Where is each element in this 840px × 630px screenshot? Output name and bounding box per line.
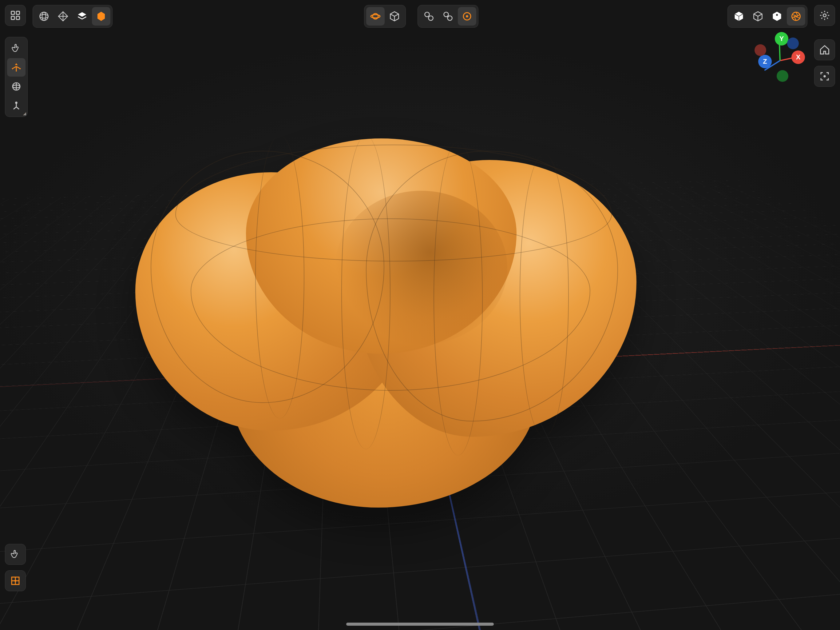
snap-toolbar <box>418 5 478 28</box>
gizmo-y-axis[interactable]: Y <box>775 32 788 46</box>
perspective-cube-button[interactable] <box>385 7 404 25</box>
select-hand-button[interactable] <box>7 39 25 57</box>
rotate-sphere-icon <box>11 81 22 92</box>
svg-point-10 <box>429 16 433 21</box>
gizmo-x-axis[interactable]: X <box>791 51 805 64</box>
render-mode-toolbar <box>728 5 807 28</box>
shaded-hex-icon <box>96 11 107 22</box>
wireframe-diamond-button[interactable] <box>54 7 72 25</box>
pointer-hand-icon <box>11 43 22 54</box>
orientation-gizmo[interactable]: X Y Z <box>754 34 806 86</box>
selection-grid-button[interactable] <box>5 570 26 591</box>
wireframe-diamond-icon <box>57 11 69 22</box>
snap-link-dot-icon <box>442 11 453 22</box>
focus-view-button[interactable] <box>814 66 835 87</box>
solid-layer-icon <box>77 11 88 22</box>
snap-link-button[interactable] <box>420 7 438 25</box>
material-cube-button[interactable] <box>768 7 786 25</box>
gizmo-x-label: X <box>796 53 801 61</box>
pivot-icon <box>11 100 22 111</box>
svg-point-9 <box>425 12 429 17</box>
gizmo-neg-x[interactable] <box>755 44 766 56</box>
wire-cube-button[interactable] <box>749 7 767 25</box>
gesture-mode-button[interactable] <box>5 544 26 565</box>
render-aperture-icon <box>791 11 802 22</box>
svg-point-18 <box>823 14 826 17</box>
orbit-button[interactable] <box>366 7 385 25</box>
snap-link-dot-button[interactable] <box>439 7 457 25</box>
move-button[interactable] <box>7 58 25 77</box>
svg-point-13 <box>447 15 449 17</box>
svg-point-16 <box>776 14 778 16</box>
home-view-button[interactable] <box>814 40 835 60</box>
wireframe-globe-button[interactable] <box>35 7 53 25</box>
wire-cube-icon <box>752 11 763 22</box>
pivot-button[interactable] <box>7 96 25 115</box>
render-aperture-button[interactable] <box>787 7 805 25</box>
transform-toolbar <box>5 37 28 117</box>
gizmo-z-axis[interactable]: Z <box>758 55 772 68</box>
svg-rect-3 <box>16 16 20 20</box>
material-cube-icon <box>771 11 783 22</box>
svg-point-24 <box>14 580 16 582</box>
focus-frame-icon <box>819 71 830 82</box>
home-indicator <box>346 623 494 626</box>
rotate-button[interactable] <box>7 77 25 96</box>
gizmo-y-label: Y <box>779 35 784 43</box>
mesh-object[interactable] <box>114 114 655 508</box>
svg-rect-2 <box>11 16 15 20</box>
snap-link-icon <box>423 11 434 22</box>
svg-point-4 <box>40 12 48 21</box>
solid-cube-icon <box>733 11 744 22</box>
svg-point-22 <box>823 75 826 78</box>
wireframe-globe-icon <box>38 11 49 22</box>
gesture-hand-icon <box>10 549 21 560</box>
snap-target-button[interactable] <box>458 7 476 25</box>
orbit-icon <box>370 11 381 22</box>
selection-grid-icon <box>10 575 21 586</box>
svg-point-21 <box>15 101 17 104</box>
svg-rect-1 <box>16 11 20 15</box>
svg-rect-0 <box>11 11 15 15</box>
viewport-3d[interactable] <box>0 0 840 630</box>
svg-point-15 <box>466 15 468 17</box>
camera-mode-toolbar <box>364 5 406 28</box>
solid-cube-button[interactable] <box>729 7 748 25</box>
settings-button[interactable] <box>814 5 835 26</box>
gizmo-neg-y[interactable] <box>777 70 788 82</box>
home-icon <box>819 44 830 55</box>
solid-layer-button[interactable] <box>73 7 91 25</box>
display-mode-toolbar <box>33 5 112 28</box>
svg-point-6 <box>42 12 46 21</box>
apps-menu-button[interactable] <box>5 5 26 26</box>
gear-icon <box>819 10 830 21</box>
apps-icon <box>10 10 21 21</box>
shaded-hex-button[interactable] <box>92 7 111 25</box>
gizmo-neg-z[interactable] <box>787 38 799 49</box>
svg-point-5 <box>40 14 48 18</box>
gizmo-z-label: Z <box>763 57 767 65</box>
cube-icon <box>389 11 400 22</box>
move-axes-icon <box>11 62 22 73</box>
snap-target-icon <box>461 11 472 22</box>
